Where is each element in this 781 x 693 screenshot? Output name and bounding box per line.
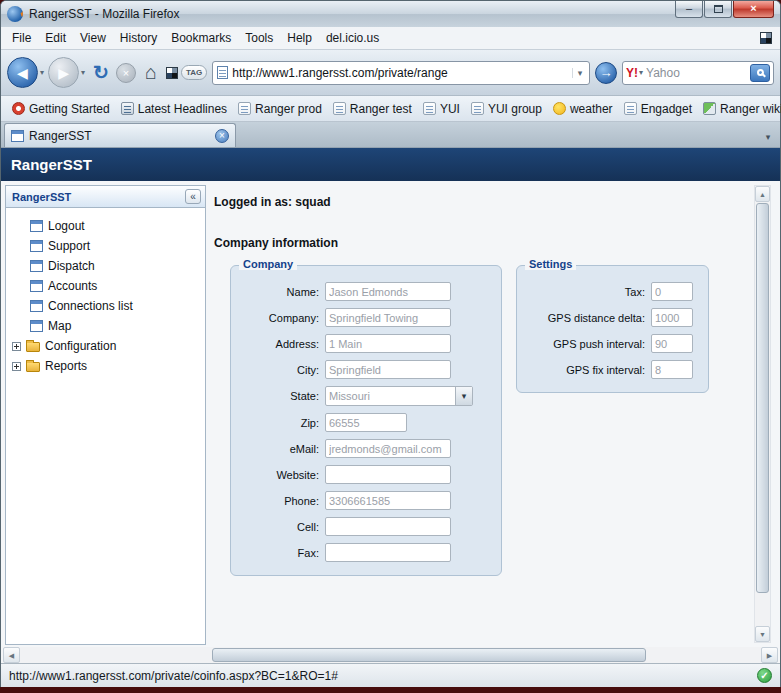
- gps-fix-interval-input[interactable]: [651, 360, 693, 379]
- website-input[interactable]: [325, 465, 451, 484]
- sidebar-header: RangerSST «: [6, 186, 205, 208]
- menu-delicious[interactable]: del.icio.us: [319, 29, 386, 47]
- stop-button[interactable]: ×: [116, 63, 136, 83]
- field-row: eMail:: [241, 439, 491, 458]
- sidebar-item-accounts[interactable]: Accounts: [6, 276, 205, 296]
- sidebar-item-label: Logout: [48, 219, 85, 233]
- bookmark-label: Ranger wiki: [720, 102, 781, 116]
- status-bar: http://www1.rangersst.com/private/coinfo…: [1, 663, 780, 687]
- menu-edit[interactable]: Edit: [38, 29, 73, 47]
- field-row: GPS push interval:: [527, 334, 698, 353]
- bookmark-ranger-wiki[interactable]: Ranger wiki: [698, 100, 781, 118]
- tab-rangersst[interactable]: RangerSST ×: [4, 123, 236, 147]
- bookmark-ranger-prod[interactable]: Ranger prod: [233, 100, 327, 118]
- sidebar-item-support[interactable]: Support: [6, 236, 205, 256]
- reload-button[interactable]: ↻: [89, 60, 113, 86]
- back-button[interactable]: ◀: [7, 57, 38, 88]
- url-input[interactable]: [232, 66, 572, 80]
- tab-close-icon[interactable]: ×: [215, 129, 229, 143]
- vertical-scroll-thumb[interactable]: [756, 203, 769, 593]
- bookmark-yui-group[interactable]: YUI group: [466, 100, 547, 118]
- menu-help[interactable]: Help: [280, 29, 319, 47]
- address-input[interactable]: [325, 334, 451, 353]
- search-button[interactable]: [750, 64, 770, 82]
- scroll-down-icon[interactable]: ▼: [755, 626, 770, 642]
- bookmark-getting-started[interactable]: Getting Started: [7, 100, 115, 118]
- gps-push-interval-input[interactable]: [651, 334, 693, 353]
- status-url: http://www1.rangersst.com/private/coinfo…: [9, 669, 338, 683]
- gps-distance-delta-input[interactable]: [651, 308, 693, 327]
- home-button[interactable]: ⌂: [139, 60, 163, 86]
- horizontal-scrollbar[interactable]: ◀ ▶: [3, 647, 778, 663]
- chevron-down-icon[interactable]: ▾: [455, 387, 472, 405]
- app-header-title: RangerSST: [1, 148, 780, 181]
- sidebar-item-logout[interactable]: Logout: [6, 216, 205, 236]
- logout-icon: [30, 220, 43, 232]
- search-box: Y! ▾: [622, 61, 774, 85]
- titlebar[interactable]: RangerSST - Mozilla Firefox – ×: [1, 1, 780, 27]
- scroll-up-icon[interactable]: ▲: [755, 186, 770, 202]
- fax-input[interactable]: [325, 543, 451, 562]
- menu-bookmarks[interactable]: Bookmarks: [164, 29, 238, 47]
- scroll-right-icon[interactable]: ▶: [761, 647, 778, 663]
- sidebar-item-configuration[interactable]: Configuration: [6, 336, 205, 356]
- expand-plus-icon[interactable]: [12, 362, 21, 371]
- address-label: Address:: [241, 338, 319, 350]
- close-button[interactable]: ×: [733, 1, 774, 18]
- sidebar-item-connections-list[interactable]: Connections list: [6, 296, 205, 316]
- logged-in-status: Logged in as: squad: [214, 195, 752, 209]
- bookmark-ranger-test[interactable]: Ranger test: [328, 100, 417, 118]
- engadget-icon: [624, 102, 637, 115]
- search-input[interactable]: [646, 66, 748, 80]
- vertical-scroll-track[interactable]: [755, 202, 770, 626]
- field-row: Name:: [241, 282, 491, 301]
- search-engine-dropdown-icon[interactable]: ▾: [639, 68, 643, 77]
- maximize-button[interactable]: [704, 1, 732, 18]
- tax-input[interactable]: [651, 282, 693, 301]
- city-input[interactable]: [325, 360, 451, 379]
- cell-input[interactable]: [325, 517, 451, 536]
- page-title: Company information: [214, 236, 752, 250]
- delicious-toolbar-icon[interactable]: [166, 67, 178, 79]
- state-select[interactable]: Missouri ▾: [325, 386, 473, 406]
- bookmark-label: Ranger test: [350, 102, 412, 116]
- bookmark-weather[interactable]: weather: [548, 100, 618, 118]
- field-row: Fax:: [241, 543, 491, 562]
- forward-history-dropdown-icon[interactable]: ▾: [81, 68, 85, 77]
- phone-input[interactable]: [325, 491, 451, 510]
- expand-plus-icon[interactable]: [12, 342, 21, 351]
- sidebar-item-label: Configuration: [45, 339, 116, 353]
- horizontal-scroll-thumb[interactable]: [212, 648, 646, 662]
- scroll-left-icon[interactable]: ◀: [3, 647, 20, 663]
- menu-tools[interactable]: Tools: [238, 29, 280, 47]
- back-history-dropdown-icon[interactable]: ▾: [40, 68, 44, 77]
- gps-fix-interval-label: GPS fix interval:: [527, 364, 645, 376]
- collapse-sidebar-button[interactable]: «: [185, 189, 201, 204]
- email-input[interactable]: [325, 439, 451, 458]
- name-input[interactable]: [325, 282, 451, 301]
- bookmark-latest-headlines[interactable]: Latest Headlines: [116, 100, 232, 118]
- company-label: Company:: [241, 312, 319, 324]
- bookmark-engadget[interactable]: Engadget: [619, 100, 697, 118]
- sidebar-item-dispatch[interactable]: Dispatch: [6, 256, 205, 276]
- weather-icon: [553, 102, 566, 115]
- company-input[interactable]: [325, 308, 451, 327]
- menu-file[interactable]: File: [5, 29, 38, 47]
- main-panel: Logged in as: squad Company information …: [206, 185, 752, 645]
- sidebar-item-map[interactable]: Map: [6, 316, 205, 336]
- menu-view[interactable]: View: [73, 29, 113, 47]
- sidebar-item-reports[interactable]: Reports: [6, 356, 205, 376]
- zip-input[interactable]: [325, 413, 407, 432]
- bookmark-yui[interactable]: YUI: [418, 100, 465, 118]
- delicious-icon[interactable]: [760, 32, 772, 44]
- url-dropdown-icon[interactable]: ▾: [572, 68, 587, 78]
- tag-button[interactable]: TAG: [181, 65, 207, 80]
- tax-label: Tax:: [527, 286, 645, 298]
- menu-history[interactable]: History: [113, 29, 164, 47]
- tab-list-dropdown-icon[interactable]: ▾: [759, 127, 777, 147]
- state-select-value: Missouri: [326, 390, 455, 402]
- forward-button[interactable]: ▶: [48, 57, 79, 88]
- go-button[interactable]: →: [595, 62, 617, 84]
- minimize-button[interactable]: –: [675, 1, 703, 18]
- vertical-scrollbar[interactable]: ▲ ▼: [754, 185, 771, 643]
